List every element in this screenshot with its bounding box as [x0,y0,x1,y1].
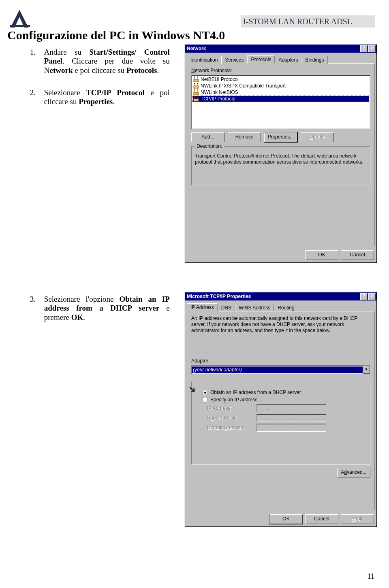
tab-dns[interactable]: DNS [218,304,235,312]
protocol-icon [193,83,199,89]
header-label: I-STORM LAN ROUTER ADSL [243,17,352,26]
svg-rect-7 [194,92,199,95]
close-icon[interactable]: × [368,45,376,52]
radio-icon [202,390,208,395]
advanced-button[interactable]: Advanced... [337,468,370,477]
adapter-value: (your network adapter) [192,366,363,373]
svg-rect-1 [194,79,199,82]
radio-icon [202,397,208,403]
list-item[interactable]: NWLink NetBIOS [192,89,369,96]
list-item[interactable]: NetBEUI Protocol [192,76,369,83]
svg-point-12 [197,96,199,97]
brand-logo [8,7,32,31]
subnet-mask-label: Subnet Mask: [207,415,252,421]
step-number: 3. [24,295,36,304]
step-text: Selezionare TCP/IP Protocol e poi clicca… [44,88,170,107]
svg-rect-4 [194,86,199,88]
tab-protocols[interactable]: Protocols [247,55,275,64]
svg-point-3 [197,77,199,78]
help-icon[interactable]: ? [360,45,368,52]
radio-specify-ip[interactable]: Specify an IP address [202,397,367,403]
window-title: Network [187,46,206,51]
properties-button[interactable]: Properties... [264,132,297,142]
remove-button[interactable]: Remove [228,132,261,142]
protocol-icon [193,96,199,102]
description-text: Transport Control Protocol/Internet Prot… [195,153,367,165]
protocol-icon [193,77,199,82]
description-label: Description: [195,143,224,149]
adapter-dropdown[interactable]: (your network adapter) ▼ [191,365,370,374]
close-icon[interactable]: × [368,293,376,300]
window-title: Microsoft TCP/IP Properties [187,294,251,299]
cancel-button[interactable]: Cancel [305,514,338,524]
list-label: Network Protocols: [191,68,370,73]
tab-adapters[interactable]: Adapters [275,56,301,64]
chevron-down-icon[interactable]: ▼ [363,366,370,374]
step-number: 2. [24,88,36,97]
default-gateway-label: Default Gateway: [207,425,252,430]
step-text: Andare su Start/Settings/ Control Panel.… [44,48,170,75]
protocol-listbox[interactable]: NetBEUI Protocol NWLink IPX/SPX Compatib… [191,75,370,129]
tab-bindings[interactable]: Bindings [301,56,327,64]
tab-identification[interactable]: Identification [187,56,221,64]
tcpip-properties-dialog: Microsoft TCP/IP Properties ? × IP Addre… [184,292,377,527]
update-button: Update [301,132,334,142]
adapter-label: Adapter: [191,358,370,364]
svg-point-6 [197,83,199,84]
apply-button: Apply [341,514,374,524]
section-title: Configurazione del PC in Windows NT4.0 [7,28,225,42]
ip-address-label: IP Address: [207,405,252,411]
ok-button[interactable]: OK [305,250,338,260]
tab-routing[interactable]: Routing [274,304,298,312]
svg-rect-0 [10,25,30,27]
protocol-icon [193,89,199,95]
svg-point-8 [194,89,195,91]
svg-rect-10 [194,99,199,101]
radio-obtain-dhcp[interactable]: Obtain an IP address from a DHCP server [202,390,367,395]
list-item-selected[interactable]: TCP/IP Protocol [192,96,369,102]
subnet-mask-field: ... [256,414,326,422]
tab-ip-address[interactable]: IP Address [187,303,218,311]
ip-address-field: ... [256,404,326,412]
help-icon[interactable]: ? [360,293,368,300]
ok-button[interactable]: OK [269,514,303,524]
default-gateway-field: ... [256,424,326,432]
svg-point-5 [194,83,195,84]
info-text: An IP address can be automatically assig… [191,315,370,334]
list-item[interactable]: NWLink IPX/SPX Compatible Transport [192,83,369,89]
svg-point-2 [194,77,195,78]
svg-point-11 [194,96,195,97]
step-number: 1. [24,48,36,57]
cancel-button[interactable]: Cancel [341,250,374,260]
add-button[interactable]: Add... [191,132,224,142]
step-text: Selezionare l'opzione Obtain an IP addre… [44,295,170,322]
page-number: 11 [368,572,374,581]
tab-wins[interactable]: WINS Address [235,304,274,312]
svg-point-9 [197,89,199,91]
network-dialog: Network ? × Identification Services Prot… [184,44,377,263]
annotation-arrow-icon: ➔ [186,383,199,395]
tab-services[interactable]: Services [221,56,247,64]
